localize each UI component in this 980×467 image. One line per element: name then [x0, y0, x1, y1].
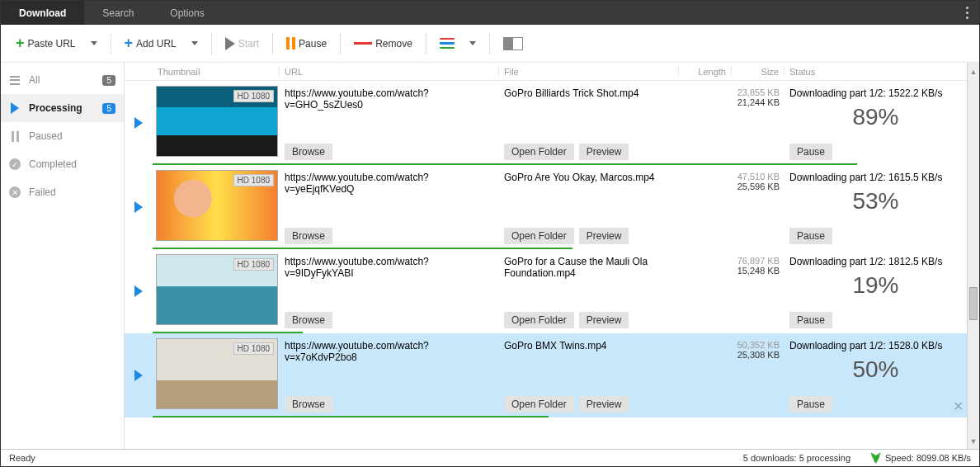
app-menu-icon[interactable]	[954, 7, 979, 19]
url-cell: https://www.youtube.com/watch?v=GHO_5sZU…	[280, 81, 499, 165]
download-row[interactable]: HD 1080 https://www.youtube.com/watch?v=…	[125, 81, 967, 165]
file-name: GoPro BMX Twins.mp4	[504, 340, 674, 351]
size-cell: 23,855 KB 21,244 KB	[732, 81, 784, 165]
toolbar-separator	[272, 33, 273, 54]
col-header-length[interactable]: Length	[679, 67, 732, 77]
open-folder-button[interactable]: Open Folder	[504, 396, 574, 413]
row-pause-button[interactable]: Pause	[789, 144, 832, 160]
pause-icon	[286, 37, 295, 50]
add-url-button[interactable]: + Add URL	[118, 31, 183, 55]
row-pause-button[interactable]: Pause	[789, 396, 832, 413]
row-pause-button[interactable]: Pause	[789, 312, 832, 328]
pause-button[interactable]: Pause	[280, 34, 333, 53]
preview-button[interactable]: Preview	[579, 312, 629, 328]
open-folder-button[interactable]: Open Folder	[504, 312, 574, 328]
add-url-label: Add URL	[136, 38, 177, 50]
progress-percent: 50%	[789, 356, 962, 383]
sidebar-item-label: Processing	[29, 102, 94, 114]
browse-button[interactable]: Browse	[285, 312, 332, 328]
scrollbar-up[interactable]: ▲	[967, 63, 979, 81]
pause-icon	[9, 131, 21, 142]
size-done: 21,244 KB	[732, 97, 780, 107]
browse-button[interactable]: Browse	[285, 228, 332, 244]
start-button[interactable]: Start	[219, 34, 266, 54]
sidebar-item-label: All	[29, 74, 94, 86]
quality-badge: HD 1080	[233, 342, 274, 355]
video-thumbnail[interactable]: HD 1080	[156, 170, 278, 241]
preview-button[interactable]: Preview	[579, 228, 629, 244]
row-pause-button[interactable]: Pause	[789, 228, 832, 244]
file-name: GoPro for a Cause the Mauli Ola Foundati…	[504, 256, 674, 279]
tab-download[interactable]: Download	[1, 1, 84, 25]
paste-url-button[interactable]: + Paste URL	[9, 31, 82, 55]
scrollbar-down[interactable]: ▼	[968, 434, 979, 449]
row-play-button[interactable]	[125, 333, 153, 417]
row-play-button[interactable]	[125, 249, 153, 333]
progress-percent: 89%	[789, 104, 962, 130]
status-text: Downloading part 1/2: 1615.5 KB/s	[789, 172, 962, 183]
burger-icon	[9, 76, 21, 85]
tab-search[interactable]: Search	[84, 1, 152, 25]
open-folder-button[interactable]: Open Folder	[504, 228, 574, 244]
video-thumbnail[interactable]: HD 1080	[156, 338, 278, 409]
x-icon: ✕	[9, 186, 21, 198]
browse-button[interactable]: Browse	[285, 396, 332, 413]
url-text: https://www.youtube.com/watch?v=GHO_5sZU…	[285, 87, 494, 111]
length-cell	[679, 249, 732, 333]
check-icon: ✓	[9, 158, 21, 170]
download-row[interactable]: HD 1080 https://www.youtube.com/watch?v=…	[125, 249, 967, 333]
browse-button[interactable]: Browse	[285, 144, 332, 160]
size-total: 50,352 KB	[732, 340, 780, 350]
close-icon[interactable]: ✕	[953, 399, 964, 414]
col-header-url[interactable]: URL	[280, 67, 499, 77]
sidebar-item-label: Failed	[29, 186, 115, 198]
download-row[interactable]: HD 1080 https://www.youtube.com/watch?v=…	[125, 165, 967, 249]
progress-bar	[153, 416, 549, 417]
thumbnail-cell: HD 1080	[153, 81, 280, 165]
toolbar-separator	[111, 33, 111, 54]
url-text: https://www.youtube.com/watch?v=x7oKdvP2…	[285, 340, 494, 363]
length-cell	[679, 333, 732, 417]
open-folder-button[interactable]: Open Folder	[504, 144, 574, 160]
sidebar-item-paused[interactable]: Paused	[1, 122, 124, 150]
sidebar-item-completed[interactable]: ✓ Completed	[1, 150, 124, 178]
vertical-scrollbar[interactable]: ▼	[967, 81, 979, 449]
add-url-dropdown[interactable]	[185, 38, 205, 49]
video-thumbnail[interactable]: HD 1080	[156, 86, 278, 157]
sidebar-item-all[interactable]: All 5	[1, 66, 124, 94]
tab-options[interactable]: Options	[152, 1, 222, 25]
paste-url-dropdown[interactable]	[84, 38, 104, 49]
col-header-size[interactable]: Size	[732, 67, 784, 77]
status-text: Downloading part 1/2: 1522.2 KB/s	[789, 87, 962, 99]
main-toolbar: + Paste URL + Add URL Start Pause Remove	[1, 25, 979, 63]
size-total: 23,855 KB	[732, 87, 780, 97]
layout-button[interactable]	[497, 34, 530, 54]
column-headers: Thumbnail URL File Length Size Status	[125, 63, 967, 81]
url-cell: https://www.youtube.com/watch?v=yeEjqfKV…	[280, 165, 499, 249]
video-thumbnail[interactable]: HD 1080	[156, 254, 278, 325]
row-play-button[interactable]	[125, 81, 153, 165]
download-arrow-icon: ⮟	[870, 451, 882, 465]
status-speed-text: Speed: 8099.08 KB/s	[885, 453, 971, 463]
size-cell: 47,510 KB 25,596 KB	[732, 165, 784, 249]
status-cell: Downloading part 1/2: 1522.2 KB/s 89% Pa…	[784, 81, 967, 165]
view-mode-dropdown[interactable]	[463, 38, 483, 49]
progress-percent: 53%	[789, 188, 962, 215]
col-header-status[interactable]: Status	[784, 67, 967, 77]
col-header-file[interactable]: File	[499, 67, 679, 77]
sidebar-item-failed[interactable]: ✕ Failed	[1, 178, 124, 206]
download-row[interactable]: HD 1080 https://www.youtube.com/watch?v=…	[125, 333, 967, 417]
remove-button[interactable]: Remove	[347, 35, 419, 53]
quality-badge: HD 1080	[233, 174, 274, 186]
sidebar-item-processing[interactable]: Processing 5	[1, 94, 124, 122]
url-text: https://www.youtube.com/watch?v=9IDyFykY…	[285, 256, 494, 279]
preview-button[interactable]: Preview	[579, 144, 629, 160]
length-cell	[679, 81, 732, 165]
scroll-thumb[interactable]	[969, 287, 978, 320]
preview-button[interactable]: Preview	[579, 396, 629, 413]
view-mode-button[interactable]	[433, 35, 461, 53]
size-done: 15,248 KB	[732, 266, 780, 276]
col-header-thumbnail[interactable]: Thumbnail	[153, 67, 280, 77]
play-icon	[134, 285, 143, 297]
row-play-button[interactable]	[125, 165, 153, 249]
